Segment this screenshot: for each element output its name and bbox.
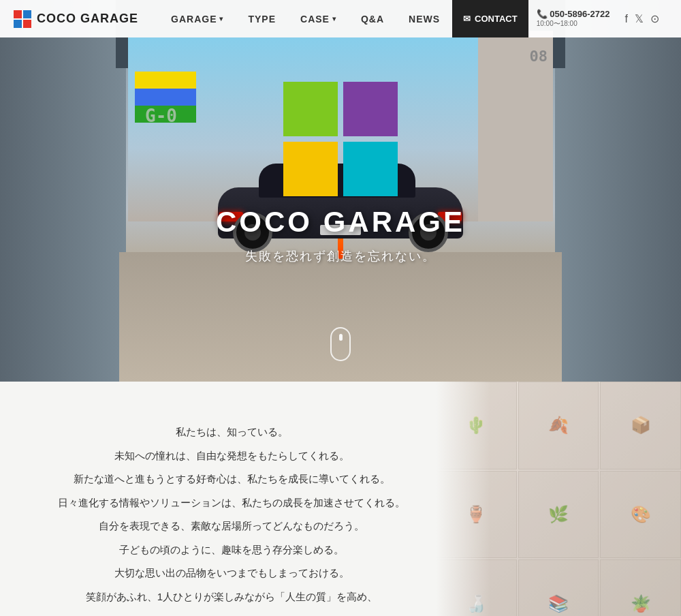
hero-logo-overlay: COCO GARAGE 失敗を恐れず創造を忘れない。 — [216, 82, 465, 264]
chevron-down-icon: ▾ — [219, 15, 223, 22]
wall-left — [0, 0, 126, 382]
instagram-icon[interactable]: ⊙ — [650, 12, 659, 25]
chevron-down-icon-2: ▾ — [332, 15, 336, 22]
facebook-icon[interactable]: f — [625, 13, 628, 25]
shelf-cell-2: 🍂 — [518, 382, 599, 469]
content-section: 私たちは、知っている。 未知への憧れは、自由な発想をもたらしてくれる。 新たな道… — [0, 382, 681, 616]
content-line-6: 子どもの頃のように、趣味を思う存分楽しめる。 — [119, 540, 344, 560]
shelf-cell-6: 🎨 — [600, 471, 681, 559]
logo-area[interactable]: COCO GARAGE — [14, 10, 138, 28]
contact-button[interactable]: ✉ CONTACT — [452, 0, 528, 37]
scroll-dot — [339, 334, 343, 341]
hero-logo-cell-purple — [343, 82, 398, 136]
content-line-8: 笑顔があふれ、1人ひとりが楽しみながら「人生の質」を高め、 — [86, 587, 377, 607]
social-links: f 𝕏 ⊙ — [618, 12, 666, 25]
content-text-area: 私たちは、知っている。 未知への憧れは、自由な発想をもたらしてくれる。 新たな道… — [0, 382, 436, 616]
shelf-cell-3: 📦 — [600, 382, 681, 469]
content-line-7: 大切な思い出の品物をいつまでもしまっておける。 — [114, 564, 349, 583]
hero-logo-cell-teal — [343, 142, 398, 196]
logo-cell-3 — [14, 20, 22, 28]
hero-brand-text: COCO GARAGE — [216, 206, 465, 238]
business-hours: 10:00〜18:00 — [537, 19, 577, 29]
hero-section: 08 G-0 — [0, 0, 681, 382]
logo-text: COCO GARAGE — [37, 12, 138, 26]
mail-icon: ✉ — [463, 14, 471, 24]
content-line-1: 私たちは、知っている。 — [176, 422, 288, 442]
content-shelf-image: 🌵 🍂 📦 🏺 🌿 🎨 🍶 📚 🪴 — [436, 382, 681, 616]
logo-grid — [14, 10, 31, 28]
garage-sign: G-0 — [145, 106, 177, 126]
hero-logo-cell-green — [283, 82, 338, 136]
nav-item-case[interactable]: CASE ▾ — [288, 0, 349, 37]
nav-item-type[interactable]: TYPE — [236, 0, 288, 37]
hero-logo-cell-yellow — [283, 142, 338, 196]
logo-cell-2 — [23, 10, 31, 18]
logo-cell-4 — [23, 20, 31, 28]
hero-tagline-text: 失敗を恐れず創造を忘れない。 — [245, 248, 436, 264]
main-nav: GARAGE ▾ TYPE CASE ▾ Q&A NEWS ✉ CONTACT … — [159, 0, 667, 37]
building-sign: 08 — [530, 48, 548, 65]
shelf-cell-8: 📚 — [518, 559, 599, 616]
image-fade-overlay — [436, 382, 490, 616]
content-line-3: 新たな道へと進もうとする好奇心は、私たちを成長に導いてくれる。 — [74, 469, 390, 489]
site-header: COCO GARAGE GARAGE ▾ TYPE CASE ▾ Q&A NEW… — [0, 0, 681, 37]
shelf-cell-9: 🪴 — [600, 559, 681, 616]
twitter-icon[interactable]: 𝕏 — [635, 12, 644, 25]
nav-item-garage[interactable]: GARAGE ▾ — [159, 0, 236, 37]
phone-icon: 📞 050-5896-2722 — [537, 9, 610, 19]
shelf-cell-5: 🌿 — [518, 471, 599, 559]
content-line-5: 自分を表現できる、素敵な居場所ってどんなものだろう。 — [99, 517, 364, 536]
wall-right — [555, 0, 681, 382]
nav-item-qa[interactable]: Q&A — [349, 0, 396, 37]
phone-area: 📞 050-5896-2722 10:00〜18:00 — [528, 9, 618, 29]
content-line-2: 未知への憧れは、自由な発想をもたらしてくれる。 — [114, 446, 349, 466]
content-line-4: 日々進化する情報やソリューションは、私たちの成長を加速させてくれる。 — [58, 493, 405, 513]
logo-cell-1 — [14, 10, 22, 18]
scroll-indicator — [330, 327, 351, 361]
nav-item-news[interactable]: NEWS — [396, 0, 452, 37]
hero-logo-grid — [283, 82, 398, 196]
